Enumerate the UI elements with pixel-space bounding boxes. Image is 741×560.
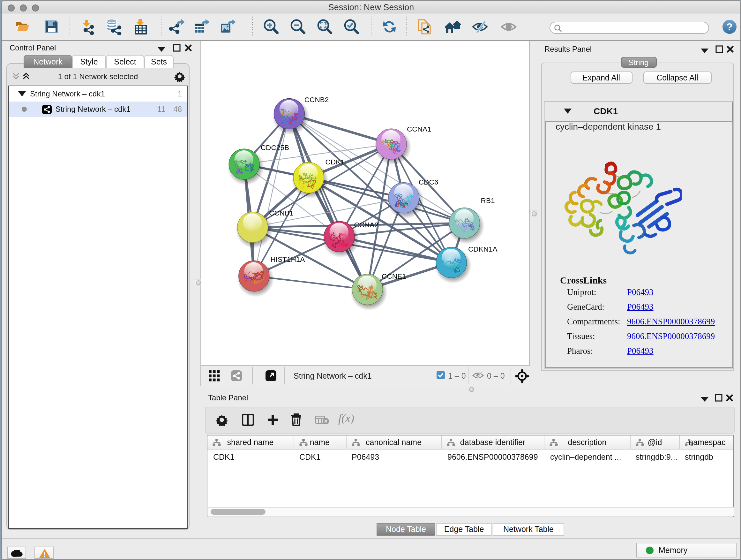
svg-text:CCNA2: CCNA2 <box>354 221 379 229</box>
svg-text:?: ? <box>726 21 733 33</box>
svg-text:CCNE1: CCNE1 <box>382 272 406 280</box>
svg-text:HIST1H1A: HIST1H1A <box>270 255 305 263</box>
svg-text:CDK1: CDK1 <box>326 158 345 166</box>
svg-text:CDKN1A: CDKN1A <box>468 245 498 253</box>
svg-text:CDC6: CDC6 <box>419 178 439 186</box>
svg-text:CDC25B: CDC25B <box>261 144 289 152</box>
svg-text:CCNB2: CCNB2 <box>305 96 329 104</box>
svg-text:CCNA1: CCNA1 <box>407 125 431 133</box>
svg-text:RB1: RB1 <box>481 197 495 205</box>
svg-text:CCNB1: CCNB1 <box>269 209 293 217</box>
